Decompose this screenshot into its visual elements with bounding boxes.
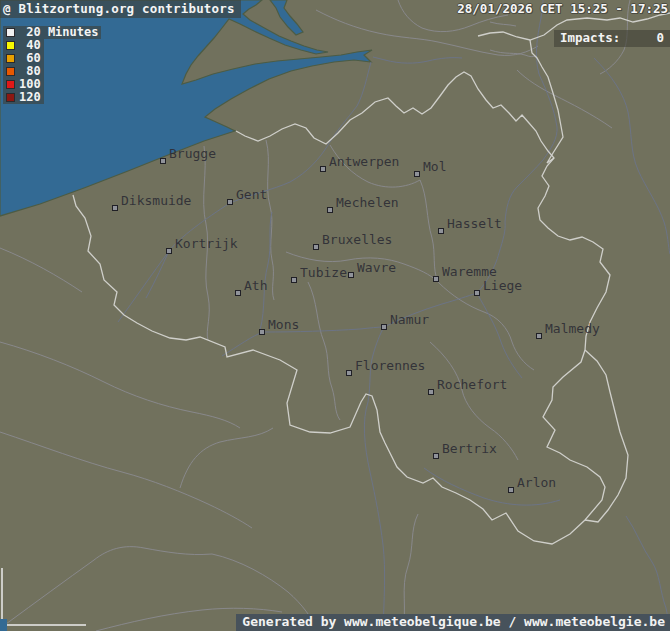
impacts-label: Impacts: — [560, 31, 620, 45]
city-marker — [414, 171, 420, 177]
city-marker — [235, 290, 241, 296]
city-marker — [227, 199, 233, 205]
city-marker — [291, 277, 297, 283]
city-label: Antwerpen — [329, 154, 399, 169]
city-marker — [474, 290, 480, 296]
luxembourg-border — [585, 350, 628, 522]
city-marker — [508, 487, 514, 493]
city-label: Ath — [244, 278, 267, 293]
city-label: Waremme — [442, 264, 497, 279]
legend-swatch-darkred — [6, 93, 15, 102]
legend-item-120: 120 — [3, 91, 44, 104]
city-marker — [313, 244, 319, 250]
legend-swatch-red — [6, 80, 15, 89]
attribution: @ Blitzortung.org contributors — [0, 0, 241, 18]
legend-swatch-yellow — [6, 41, 15, 50]
legend: 20 Minutes 40 60 80 100 120 — [3, 26, 101, 104]
city-label: Mons — [268, 317, 299, 332]
city-marker — [433, 453, 439, 459]
legend-item-20: 20 Minutes — [3, 26, 101, 39]
city-marker — [348, 272, 354, 278]
city-label: Florennes — [355, 358, 425, 373]
legend-swatch-white — [6, 28, 15, 37]
limburg-border — [530, 40, 563, 163]
impacts-counter: Impacts: 0 — [554, 30, 670, 47]
city-marker — [428, 389, 434, 395]
legend-swatch-orange — [6, 67, 15, 76]
city-label: Arlon — [517, 475, 556, 490]
city-label: Kortrijk — [175, 236, 238, 251]
city-marker — [327, 207, 333, 213]
lightning-map-screen: BruggeAntwerpenMolGentDiksmuideMechelenH… — [0, 0, 670, 631]
city-label: Mol — [423, 159, 446, 174]
city-marker — [259, 329, 265, 335]
leie-river — [118, 251, 169, 322]
city-label: Mechelen — [336, 195, 399, 210]
city-marker — [346, 370, 352, 376]
sea-corner — [0, 619, 7, 631]
city-marker — [433, 276, 439, 282]
city-label: Hasselt — [447, 216, 502, 231]
city-marker — [160, 158, 166, 164]
city-label: Bruxelles — [322, 232, 392, 247]
city-marker — [536, 333, 542, 339]
datetime: 28/01/2026 CET 15:25 - 17:25 — [457, 1, 668, 16]
city-marker — [112, 205, 118, 211]
impacts-value: 0 — [656, 31, 664, 45]
city-label: Liege — [483, 278, 522, 293]
city-label: Bertrix — [442, 441, 497, 456]
city-label: Diksmuide — [121, 193, 191, 208]
city-marker — [320, 166, 326, 172]
city-label: Malmedy — [545, 321, 600, 336]
city-label: Namur — [390, 312, 429, 327]
city-label: Gent — [236, 187, 267, 202]
city-marker — [381, 324, 387, 330]
rhine-river — [594, 58, 670, 254]
city-marker — [438, 228, 444, 234]
city-label: Wavre — [357, 260, 396, 275]
footer-credit: Generated by www.meteobelgique.be / www.… — [236, 614, 670, 631]
city-label: Brugge — [169, 146, 216, 161]
city-marker — [166, 248, 172, 254]
estuary-channel — [270, 0, 303, 35]
city-label: Tubize — [300, 265, 347, 280]
city-label: Rochefort — [437, 377, 507, 392]
ourthe-river — [477, 293, 522, 378]
legend-swatch-amber — [6, 54, 15, 63]
